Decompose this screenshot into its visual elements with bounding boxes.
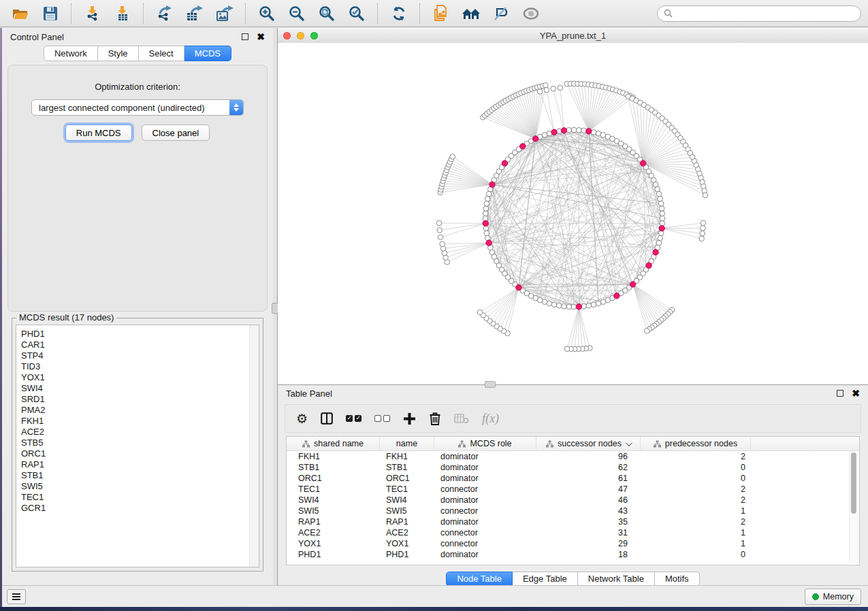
- list-item[interactable]: RAP1: [21, 459, 259, 470]
- horizontal-splitter-grip[interactable]: [485, 381, 496, 388]
- close-panel-button[interactable]: Close panel: [142, 125, 210, 141]
- table-scrollbar[interactable]: [849, 451, 858, 563]
- show-columns-icon[interactable]: [321, 412, 333, 425]
- open-folder-icon: [12, 5, 29, 22]
- list-item[interactable]: TEC1: [21, 492, 259, 503]
- export-table-button[interactable]: [181, 3, 208, 24]
- session-home-button[interactable]: [457, 3, 485, 24]
- table-row[interactable]: ACE2ACE2connector311: [287, 527, 859, 538]
- list-item[interactable]: YOX1: [21, 372, 259, 383]
- zoom-selected-button[interactable]: [343, 3, 370, 24]
- table-cell: connector: [434, 506, 536, 516]
- list-item[interactable]: STB5: [21, 437, 259, 448]
- tab-mcds[interactable]: MCDS: [184, 46, 231, 61]
- homes-icon: [462, 6, 481, 21]
- table-row[interactable]: ORC1ORC1dominator610: [287, 473, 859, 484]
- export-table-icon: [186, 5, 204, 22]
- node-table: shared name name MCDS role successor nod…: [286, 436, 860, 565]
- show-graphics-button[interactable]: [517, 3, 545, 24]
- search-input[interactable]: [677, 7, 854, 19]
- zoom-out-button[interactable]: [283, 3, 310, 24]
- tab-network-table[interactable]: Network Table: [578, 572, 655, 587]
- table-row[interactable]: SWI5SWI5connector431: [287, 506, 859, 516]
- column-header-name[interactable]: name: [380, 437, 434, 450]
- float-window-icon[interactable]: [837, 390, 843, 397]
- column-header-predecessor-nodes[interactable]: predecessor nodes: [641, 437, 751, 450]
- export-image-button[interactable]: [211, 3, 238, 24]
- float-window-icon[interactable]: [242, 33, 248, 40]
- table-cell: SWI5: [287, 506, 380, 516]
- import-table-button[interactable]: [109, 3, 136, 24]
- table-row[interactable]: SWI4SWI4dominator462: [287, 495, 859, 506]
- table-cell: TEC1: [380, 484, 434, 494]
- column-type-icon: [546, 440, 553, 448]
- desktop-wallpaper-left: [0, 28, 2, 611]
- open-session-button[interactable]: [7, 3, 34, 24]
- vertical-splitter[interactable]: [273, 28, 278, 585]
- table-cell: RAP1: [380, 517, 434, 527]
- table-cell: connector: [434, 539, 536, 548]
- toolbar-separator: [143, 3, 144, 24]
- zoom-selected-icon: [349, 5, 365, 22]
- column-header-successor-nodes[interactable]: successor nodes: [536, 437, 641, 450]
- mcds-list-scrollbar[interactable]: [249, 325, 259, 567]
- list-item[interactable]: ACE2: [21, 427, 259, 437]
- application-window: Control Panel ✖ Network Style Select MCD…: [0, 0, 868, 607]
- table-row[interactable]: STB1STB1dominator620: [287, 462, 859, 473]
- network-window-titlebar[interactable]: YPA_prune.txt_1: [278, 28, 868, 44]
- zoom-in-icon: [259, 5, 275, 22]
- tab-motifs[interactable]: Motifs: [655, 572, 700, 587]
- select-all-icon[interactable]: [346, 415, 361, 422]
- clone-network-button[interactable]: [428, 3, 455, 24]
- add-column-icon[interactable]: [403, 412, 416, 425]
- table-row[interactable]: PHD1PHD1dominator180: [287, 549, 859, 560]
- table-row[interactable]: FKH1FKH1dominator962: [287, 451, 859, 462]
- tab-style[interactable]: Style: [98, 46, 139, 61]
- export-network-button[interactable]: [151, 3, 178, 24]
- search-field[interactable]: [657, 5, 861, 22]
- hide-graphics-button[interactable]: [487, 3, 515, 24]
- scrollbar-thumb[interactable]: [851, 452, 856, 514]
- tab-network[interactable]: Network: [44, 46, 98, 61]
- zoom-fit-button[interactable]: [313, 3, 340, 24]
- list-item[interactable]: STB1: [21, 470, 259, 481]
- optimization-criterion-select[interactable]: largest connected component (undirected): [31, 99, 244, 116]
- import-network-button[interactable]: [79, 3, 106, 24]
- table-cell: 43: [536, 506, 641, 516]
- list-item[interactable]: CAR1: [21, 340, 259, 350]
- save-session-button[interactable]: [37, 3, 64, 24]
- tab-select[interactable]: Select: [139, 46, 184, 61]
- list-item[interactable]: SWI4: [21, 383, 259, 394]
- table-cell: 62: [536, 463, 641, 472]
- tab-node-table[interactable]: Node Table: [446, 572, 513, 587]
- table-row[interactable]: YOX1YOX1connector291: [287, 538, 859, 549]
- task-history-button[interactable]: [7, 589, 26, 604]
- tab-edge-table[interactable]: Edge Table: [513, 572, 578, 587]
- deselect-all-icon[interactable]: [374, 415, 390, 422]
- table-cell: 47: [536, 484, 641, 494]
- list-item[interactable]: PMA2: [21, 405, 259, 416]
- list-item[interactable]: SRD1: [21, 394, 259, 405]
- close-panel-icon[interactable]: ✖: [257, 34, 265, 39]
- list-item[interactable]: PHD1: [21, 329, 259, 340]
- list-item[interactable]: ORC1: [21, 448, 259, 459]
- network-canvas[interactable]: [278, 43, 868, 384]
- run-mcds-button[interactable]: Run MCDS: [65, 125, 132, 141]
- table-cell: 1: [641, 528, 751, 538]
- list-item[interactable]: TID3: [21, 361, 259, 372]
- column-header-mcds-role[interactable]: MCDS role: [434, 437, 536, 450]
- close-panel-icon[interactable]: ✖: [852, 391, 860, 396]
- memory-button[interactable]: Memory: [805, 589, 861, 605]
- refresh-button[interactable]: [385, 3, 413, 24]
- list-item[interactable]: STP4: [21, 350, 259, 361]
- table-settings-gear-icon[interactable]: ⚙: [296, 412, 308, 425]
- list-item[interactable]: SWI5: [21, 481, 259, 492]
- list-item[interactable]: GCR1: [21, 503, 259, 514]
- table-row[interactable]: TEC1TEC1connector472: [287, 484, 859, 495]
- delete-column-icon[interactable]: [429, 412, 441, 425]
- zoom-in-button[interactable]: [253, 3, 280, 24]
- list-item[interactable]: FKH1: [21, 416, 259, 427]
- zoom-out-icon: [289, 5, 305, 22]
- column-header-shared-name[interactable]: shared name: [287, 437, 380, 450]
- table-row[interactable]: RAP1RAP1dominator352: [287, 516, 859, 527]
